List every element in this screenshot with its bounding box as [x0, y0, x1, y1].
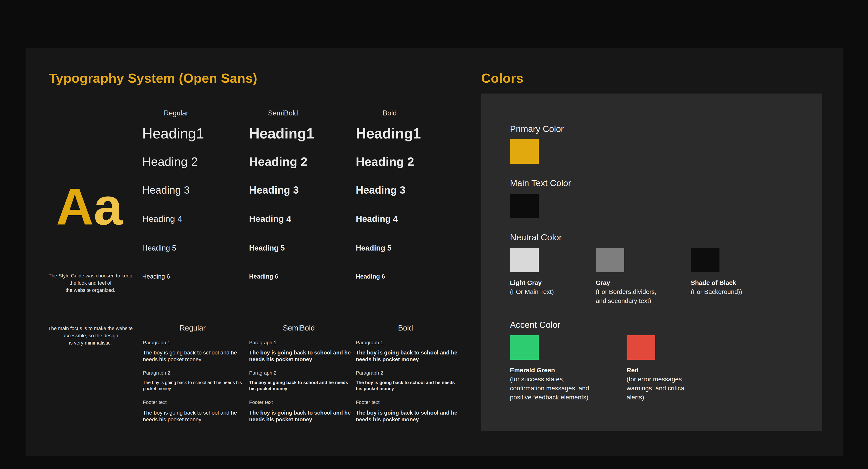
- paragraph-sample: The boy is going back to school and he n…: [143, 349, 245, 363]
- color-section-heading: Primary Color: [510, 124, 564, 134]
- weight-label: Regular: [143, 324, 242, 332]
- weight-label: SemiBold: [249, 324, 348, 332]
- font-specimen: Aa: [56, 181, 123, 233]
- color-section-heading: Neutral Color: [510, 232, 562, 242]
- paragraph-group-label: Footer text: [143, 399, 166, 405]
- weight-label: Regular: [142, 109, 210, 117]
- heading-sample: Heading 3: [142, 185, 190, 196]
- main-text-color-swatch: [510, 194, 539, 218]
- heading-sample: Heading 5: [249, 244, 285, 252]
- paragraph-sample: The boy is going back to school and he n…: [143, 379, 245, 392]
- heading-sample: Heading 3: [356, 185, 405, 196]
- swatch-desc: (For Background)): [691, 288, 786, 296]
- paragraph-group-label: Paragraph 2: [143, 370, 170, 376]
- paragraph-sample: The boy is going back to school and he n…: [143, 409, 245, 423]
- colors-panel: Primary Color Main Text Color Neutral Co…: [481, 94, 822, 431]
- heading-sample: Heading 4: [142, 214, 182, 224]
- heading-specimen-grid: Regular Heading1 Heading 2 Heading 3 Hea…: [142, 109, 477, 312]
- swatch-label: Gray (For Borders,dividers, and secondar…: [596, 278, 690, 305]
- paragraph-sample: The boy is going back to school and he n…: [356, 349, 458, 363]
- swatch-name: Light Gray: [510, 278, 605, 288]
- swatch-name: Red: [627, 366, 721, 375]
- paragraph-column-semibold: SemiBold Paragraph 1 The boy is going ba…: [249, 324, 353, 441]
- heading-sample: Heading1: [356, 126, 421, 141]
- paragraph-group-label: Footer text: [249, 399, 273, 405]
- paragraph-group-label: Footer text: [356, 399, 379, 405]
- color-section-heading: Accent Color: [510, 320, 560, 330]
- heading-column-bold: Bold Heading1 Heading 2 Heading 3 Headin…: [356, 109, 462, 312]
- paragraph-group-label: Paragraph 1: [143, 340, 170, 346]
- swatch-desc: (for success states, confirmation messag…: [510, 375, 605, 402]
- heading-sample: Heading1: [249, 126, 314, 141]
- paragraph-group-label: Paragraph 2: [249, 370, 276, 376]
- heading-sample: Heading 6: [142, 273, 170, 280]
- colors-section-title: Colors: [481, 70, 524, 86]
- heading-sample: Heading 6: [249, 273, 278, 280]
- neutral-shade-of-black-swatch: [691, 248, 719, 272]
- heading-sample: Heading 4: [356, 214, 398, 224]
- style-note: The main focus is to make the website ac…: [45, 325, 135, 346]
- paragraph-sample: The boy is going back to school and he n…: [356, 379, 458, 392]
- heading-sample: Heading 4: [249, 214, 291, 224]
- neutral-gray-swatch: [596, 248, 624, 272]
- paragraph-column-regular: Regular Paragraph 1 The boy is going bac…: [143, 324, 247, 441]
- heading-column-semibold: SemiBold Heading1 Heading 2 Heading 3 He…: [249, 109, 355, 312]
- heading-sample: Heading 2: [356, 155, 414, 168]
- swatch-desc: (For Borders,dividers, and secondary tex…: [596, 288, 690, 305]
- paragraph-column-bold: Bold Paragraph 1 The boy is going back t…: [356, 324, 460, 441]
- weight-label: Bold: [356, 109, 424, 117]
- weight-label: SemiBold: [249, 109, 317, 117]
- style-guide-page: { "theme": { "outer_bg": "#0c0c0c", "con…: [0, 0, 868, 469]
- typography-section-title: Typography System (Open Sans): [49, 70, 257, 86]
- swatch-name: Shade of Black: [691, 278, 786, 288]
- paragraph-group-label: Paragraph 1: [249, 340, 276, 346]
- weight-label: Bold: [356, 324, 455, 332]
- swatch-label: Emerald Green (for success states, confi…: [510, 366, 605, 402]
- paragraph-sample: The boy is going back to school and he n…: [249, 349, 351, 363]
- heading-sample: Heading 2: [142, 155, 198, 168]
- heading-column-regular: Regular Heading1 Heading 2 Heading 3 Hea…: [142, 109, 248, 312]
- style-note: The Style Guide was choosen to keep the …: [45, 272, 135, 294]
- heading-sample: Heading 6: [356, 273, 385, 280]
- neutral-light-gray-swatch: [510, 248, 539, 272]
- paragraph-group-label: Paragraph 1: [356, 340, 383, 346]
- heading-sample: Heading 5: [356, 244, 392, 252]
- paragraph-specimen-grid: Regular Paragraph 1 The boy is going bac…: [143, 324, 477, 441]
- swatch-desc: (for error messages, warnings, and criti…: [627, 375, 721, 402]
- primary-color-swatch: [510, 139, 539, 164]
- heading-sample: Heading1: [142, 126, 204, 141]
- accent-emerald-green-swatch: [510, 335, 539, 360]
- swatch-label: Shade of Black (For Background)): [691, 278, 786, 296]
- color-section-heading: Main Text Color: [510, 178, 571, 188]
- heading-sample: Heading 2: [249, 155, 307, 168]
- paragraph-group-label: Paragraph 2: [356, 370, 383, 376]
- heading-sample: Heading 5: [142, 244, 176, 252]
- swatch-desc: (FOr Main Text): [510, 288, 605, 296]
- paragraph-sample: The boy is going back to school and he n…: [356, 409, 458, 423]
- paragraph-sample: The boy is going back to school and he n…: [249, 379, 351, 392]
- swatch-label: Red (for error messages, warnings, and c…: [627, 366, 721, 402]
- specimen-uppercase: A: [56, 177, 94, 236]
- specimen-lowercase: a: [94, 177, 123, 236]
- swatch-label: Light Gray (FOr Main Text): [510, 278, 605, 296]
- swatch-name: Emerald Green: [510, 366, 605, 375]
- paragraph-sample: The boy is going back to school and he n…: [249, 409, 351, 423]
- swatch-name: Gray: [596, 278, 690, 288]
- heading-sample: Heading 3: [249, 185, 299, 196]
- accent-red-swatch: [627, 335, 655, 360]
